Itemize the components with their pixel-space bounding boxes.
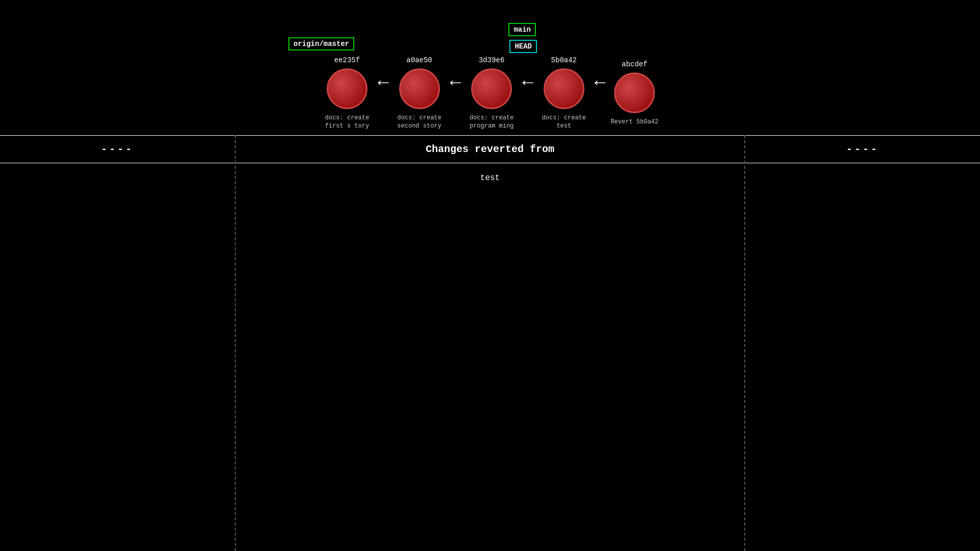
left-panel-dashes: ----	[101, 143, 134, 155]
commit-circle-0	[327, 68, 368, 109]
center-panel-title: Changes reverted from	[426, 143, 554, 155]
arrow-2: ←	[450, 72, 461, 93]
arrow-1: ←	[378, 72, 389, 93]
head-branch-label: HEAD	[509, 40, 537, 53]
center-panel-content: test	[480, 173, 500, 183]
commit-hash-3: 5b0a42	[551, 56, 577, 64]
left-panel: ----	[0, 135, 235, 551]
main-branch-label: main	[508, 23, 536, 36]
left-panel-body	[0, 163, 235, 551]
commit-a0ae50: a0ae50 docs: create second story	[394, 56, 445, 130]
commit-abcdef: abcdef Revert 5b0a42	[610, 60, 658, 127]
commit-hash-1: a0ae50	[406, 56, 432, 64]
commit-hash-2: 3d39e6	[479, 56, 504, 64]
commit-message-2: docs: create program ming	[466, 114, 517, 130]
arrow-4: ←	[595, 72, 606, 93]
commit-3d39e6: 3d39e6 docs: create program ming	[466, 56, 517, 130]
center-panel-body: test	[236, 163, 744, 551]
right-panel: ----	[745, 135, 980, 551]
right-panel-body	[745, 163, 980, 551]
panels-section: ---- Changes reverted from test ----	[0, 135, 980, 551]
commit-circle-4	[614, 72, 655, 113]
commit-hash-4: abcdef	[622, 60, 647, 68]
right-panel-dashes: ----	[846, 143, 879, 155]
commits-row: ee235f docs: create first s tory ← a0ae5…	[0, 56, 980, 130]
commit-circle-2	[471, 68, 512, 109]
git-graph: origin/master main HEAD ee235f docs: cre…	[0, 0, 980, 135]
panels-container: ---- Changes reverted from test ----	[0, 135, 980, 551]
commit-message-4: Revert 5b0a42	[610, 118, 658, 127]
commit-message-1: docs: create second story	[394, 114, 445, 130]
commit-message-3: docs: create test	[538, 114, 590, 130]
right-panel-header: ----	[745, 135, 980, 163]
origin-master-label: origin/master	[288, 37, 354, 51]
center-panel-header: Changes reverted from	[236, 135, 744, 163]
commit-circle-3	[544, 68, 584, 109]
commit-ee235f: ee235f docs: create first s tory	[322, 56, 373, 130]
arrow-3: ←	[522, 72, 533, 93]
commit-circle-1	[399, 68, 440, 109]
commit-hash-0: ee235f	[334, 56, 360, 64]
commit-message-0: docs: create first s tory	[322, 114, 373, 130]
left-panel-header: ----	[0, 135, 235, 163]
commit-5b0a42: 5b0a42 docs: create test	[538, 56, 590, 130]
center-panel: Changes reverted from test	[235, 135, 745, 551]
